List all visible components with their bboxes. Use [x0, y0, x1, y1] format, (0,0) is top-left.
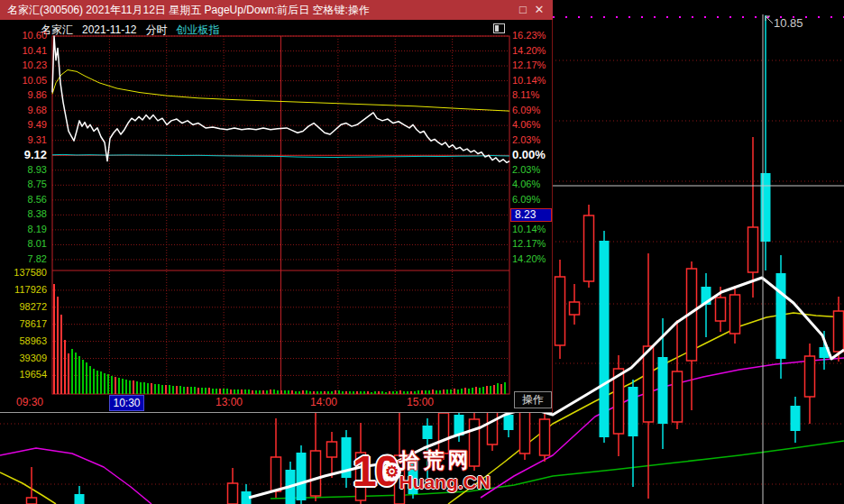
time-label: 09:30: [16, 397, 43, 408]
chart-header: 名家汇2021-11-12分时创业板指: [41, 23, 229, 38]
time-label: 15:00: [407, 397, 434, 408]
price-axis-label: 8.38: [2, 208, 47, 220]
kline-high-price-tag: 10.85: [774, 16, 803, 30]
percent-axis-label: 0.00%: [512, 149, 552, 160]
price-axis-label: 8.01: [2, 238, 47, 250]
percent-axis-label: 4.06%: [512, 179, 552, 190]
price-axis-label: 9.68: [2, 105, 47, 116]
percent-axis-label: 10.14%: [512, 75, 552, 87]
action-button[interactable]: 操作: [514, 391, 552, 408]
price-axis-label: 8.75: [2, 179, 47, 190]
percent-axis-label: 16.23%: [512, 30, 552, 41]
price-axis-label: 9.31: [2, 134, 47, 146]
time-cursor-badge: 10:30: [109, 395, 144, 411]
percent-axis-label: 6.09%: [512, 105, 552, 116]
percent-axis-label: 6.09%: [512, 194, 552, 206]
trading-app-canvas: 10.85 名家汇(300506) 2021年11月12日 星期五 PageUp…: [0, 0, 844, 504]
percent-axis-label: 12.17%: [512, 238, 552, 250]
percent-axis-label: 4.06%: [512, 119, 552, 131]
percent-axis-label: 8.11%: [512, 89, 552, 101]
price-axis-label: 10.05: [2, 75, 47, 87]
price-axis-label: 10.60: [2, 30, 47, 41]
close-icon[interactable]: ✕: [531, 1, 547, 19]
price-axis-label: 8.19: [2, 224, 47, 235]
price-axis-label: 9.12: [2, 149, 47, 160]
price-axis-label: 10.41: [2, 45, 47, 57]
volume-axis-label: 58963: [2, 335, 47, 347]
percent-axis-label: 2.03%: [512, 134, 552, 146]
chart-date: 2021-11-12: [82, 23, 137, 36]
price-axis-label: 7.82: [2, 253, 47, 265]
volume-axis-label: 137580: [2, 267, 47, 279]
volume-axis-label: 78617: [2, 318, 47, 330]
time-label: 14:00: [310, 397, 337, 408]
percent-axis-label: 12.17%: [512, 60, 552, 71]
percent-axis-label: 2.03%: [512, 164, 552, 176]
window-title: 名家汇(300506) 2021年11月12日 星期五 PageUp/Down:…: [7, 0, 515, 20]
watermark-site-name: 拾荒网: [399, 449, 491, 472]
price-axis-label: 9.86: [2, 89, 47, 101]
intraday-chart[interactable]: [0, 20, 553, 413]
chart-period: 分时: [146, 23, 168, 36]
volume-axis-label: 98272: [2, 301, 47, 313]
volume-axis-label: 39309: [2, 353, 47, 364]
price-axis-label: 8.93: [2, 164, 47, 176]
price-axis-label: 10.23: [2, 60, 47, 71]
watermark-number: 10⚙: [353, 449, 397, 494]
titlebar[interactable]: 名家汇(300506) 2021年11月12日 星期五 PageUp/Down:…: [0, 0, 553, 20]
gear-icon: ⚙: [382, 463, 401, 481]
time-label: 13:00: [216, 397, 243, 408]
percent-axis-label: 14.20%: [512, 45, 552, 57]
overlay-index-name[interactable]: 创业板指: [177, 23, 220, 36]
volume-axis-label: 19654: [2, 369, 47, 380]
percent-axis-label: 14.20%: [512, 253, 552, 265]
percent-axis-label: 10.14%: [512, 224, 552, 235]
intraday-window: 名家汇(300506) 2021年11月12日 星期五 PageUp/Down:…: [0, 0, 553, 413]
volume-axis-label: 117926: [2, 284, 47, 296]
watermark-domain: Huang.CN: [399, 472, 491, 493]
watermark-logo: 10⚙ 拾荒网 Huang.CN: [353, 449, 491, 494]
price-axis-label: 8.56: [2, 194, 47, 206]
price-axis-label: 9.49: [2, 119, 47, 131]
maximize-icon[interactable]: □: [515, 1, 531, 19]
pane-layout-icon[interactable]: [493, 23, 505, 33]
crosshair-price-badge: 8.23: [510, 208, 552, 222]
